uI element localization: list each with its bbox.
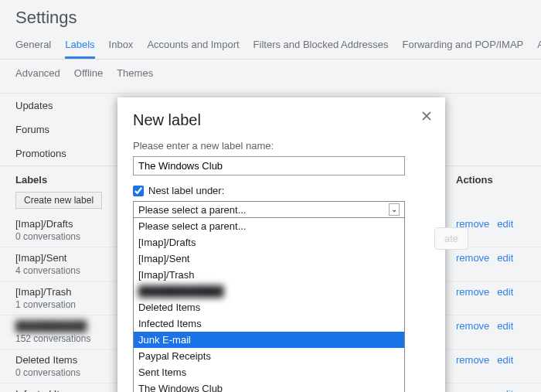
select-option[interactable]: ████████████ — [134, 283, 404, 299]
dialog-title: New label — [133, 111, 430, 129]
close-icon[interactable] — [419, 108, 434, 126]
select-option[interactable]: Sent Items — [134, 364, 404, 380]
select-option[interactable]: Infected Items — [134, 315, 404, 332]
select-option[interactable]: Junk E-mail — [134, 332, 404, 348]
select-option[interactable]: [Imap]/Drafts — [134, 234, 404, 251]
select-option[interactable]: Paypal Receipts — [134, 348, 404, 364]
new-label-dialog: New label Please enter a new label name:… — [117, 97, 445, 392]
label-name-input[interactable] — [133, 156, 405, 176]
label-name-field-label: Please enter a new label name: — [133, 140, 430, 152]
dialog-action-button[interactable]: ate — [434, 227, 468, 250]
select-options-list: Please select a parent...[Imap]/Drafts[I… — [133, 218, 405, 392]
nest-under-label: Nest label under: — [148, 185, 224, 196]
select-value: Please select a parent... — [138, 204, 246, 216]
parent-label-select[interactable]: Please select a parent... ⌄ Please selec… — [133, 201, 405, 392]
select-display[interactable]: Please select a parent... ⌄ — [133, 201, 405, 218]
chevron-down-icon: ⌄ — [389, 203, 400, 216]
select-option[interactable]: Please select a parent... — [134, 218, 404, 234]
select-option[interactable]: [Imap]/Sent — [134, 251, 404, 267]
select-option[interactable]: Deleted Items — [134, 299, 404, 315]
select-option[interactable]: [Imap]/Trash — [134, 267, 404, 283]
nest-under-checkbox[interactable] — [133, 186, 144, 196]
select-option[interactable]: The Windows Club — [134, 380, 404, 392]
